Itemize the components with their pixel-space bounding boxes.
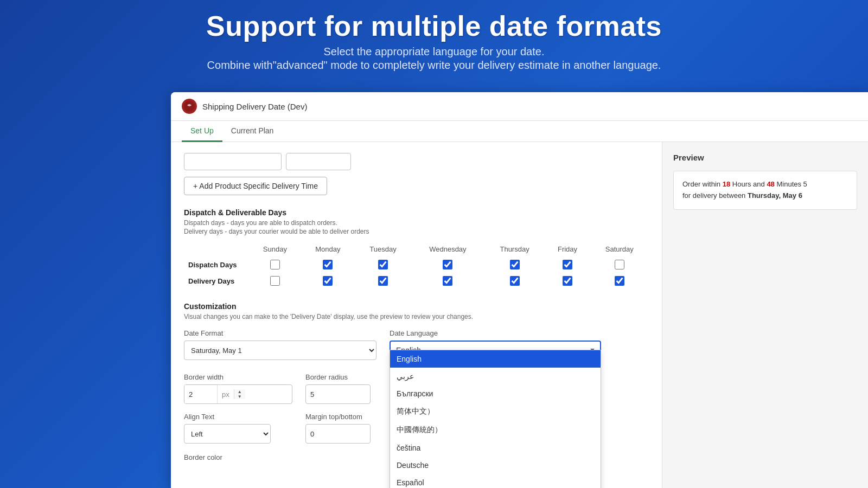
- margin-input[interactable]: 0: [305, 424, 371, 444]
- add-product-area: + Add Product Specific Delivery Time: [184, 153, 649, 195]
- dispatch-desc1: Dispatch days - days you are able to dis…: [184, 219, 649, 227]
- preview-line1: Order within 18 Hours and 48 Minutes 5: [682, 179, 848, 190]
- align-text-select[interactable]: Left Center Right: [184, 424, 271, 444]
- lang-chinese-simplified[interactable]: 简体中文）: [390, 402, 601, 421]
- delivery-label: Delivery Days: [184, 273, 249, 289]
- dispatch-section: Dispatch & Deliverable Days Dispatch day…: [184, 208, 649, 289]
- dispatch-label: Dispatch Days: [184, 256, 249, 273]
- app-window: Shipping Delivery Date (Dev) Set Up Curr…: [171, 92, 868, 488]
- dispatch-monday[interactable]: [323, 260, 333, 269]
- days-table: Sunday Monday Tuesday Wednesday Thursday…: [184, 242, 649, 289]
- col-friday: Friday: [545, 242, 590, 256]
- preview-title: Preview: [673, 153, 857, 162]
- preview-minutes: 48: [767, 180, 774, 188]
- border-width-stepper: ▲ ▼: [234, 389, 245, 399]
- dispatch-wednesday[interactable]: [443, 260, 452, 269]
- date-language-dropdown-list: English عربي Български 简体中文） 中國傳統的） češt…: [390, 350, 601, 488]
- product-input-1[interactable]: [184, 153, 282, 170]
- preview-text4: for delivery between: [682, 191, 748, 200]
- lang-german[interactable]: Deutsche: [390, 457, 601, 474]
- lang-bulgarian[interactable]: Български: [390, 385, 601, 402]
- col-header-blank: [184, 242, 249, 256]
- delivery-wednesday[interactable]: [443, 276, 452, 286]
- preview-text1: Order within: [682, 180, 723, 188]
- border-radius-input[interactable]: 5: [305, 384, 371, 404]
- delivery-thursday[interactable]: [510, 276, 520, 286]
- border-width-label: Border width: [184, 373, 292, 381]
- border-width-increment[interactable]: ▲: [234, 389, 245, 394]
- date-format-group: Date Format Saturday, May 1 May 1, Satur…: [184, 329, 376, 360]
- dispatch-thursday[interactable]: [510, 260, 520, 269]
- align-text-group: Align Text Left Center Right: [184, 413, 292, 444]
- dispatch-title: Dispatch & Deliverable Days: [184, 208, 649, 217]
- preview-box: Order within 18 Hours and 48 Minutes 5 f…: [673, 171, 857, 210]
- delivery-friday[interactable]: [563, 276, 572, 286]
- border-width-decrement[interactable]: ▼: [234, 394, 245, 399]
- preview-line2: for delivery between Thursday, May 6: [682, 190, 848, 202]
- col-monday: Monday: [301, 242, 355, 256]
- input-row: [184, 153, 649, 170]
- dispatch-friday[interactable]: [563, 260, 572, 269]
- lang-english[interactable]: English: [390, 350, 601, 368]
- header-subtitle1: Select the appropriate language for your…: [0, 46, 868, 58]
- date-format-select[interactable]: Saturday, May 1 May 1, Saturday: [184, 341, 376, 360]
- preview-day: Thursday, May 6: [748, 191, 802, 200]
- dispatch-tuesday[interactable]: [378, 260, 388, 269]
- delivery-monday[interactable]: [323, 276, 333, 286]
- col-sunday: Sunday: [249, 242, 301, 256]
- app-topbar: Shipping Delivery Date (Dev): [171, 92, 868, 121]
- lang-czech[interactable]: čeština: [390, 439, 601, 457]
- customization-desc: Visual changes you can make to the 'Deli…: [184, 313, 649, 320]
- preview-hours: 18: [723, 180, 730, 188]
- date-language-label: Date Language: [390, 329, 601, 337]
- tab-setup[interactable]: Set Up: [182, 121, 222, 142]
- dispatch-sunday[interactable]: [270, 260, 280, 269]
- form-row-1: Date Format Saturday, May 1 May 1, Satur…: [184, 329, 649, 360]
- header-subtitle2: Combine with"advanced" mode to completel…: [0, 59, 868, 72]
- preview-text2: Hours and: [730, 180, 767, 188]
- lang-arabic[interactable]: عربي: [390, 368, 601, 385]
- col-thursday: Thursday: [484, 242, 545, 256]
- border-width-suffix: px: [217, 385, 234, 403]
- add-product-button[interactable]: + Add Product Specific Delivery Time: [184, 177, 327, 195]
- customization-title: Customization: [184, 302, 649, 311]
- product-input-2[interactable]: [286, 153, 351, 170]
- dispatch-days-row: Dispatch Days: [184, 256, 649, 273]
- header-title: Support for multiple date formats: [0, 10, 868, 42]
- border-color-label: Border color: [184, 453, 222, 461]
- delivery-saturday[interactable]: [615, 276, 624, 286]
- col-wednesday: Wednesday: [411, 242, 484, 256]
- preview-text3: Minutes 5: [775, 180, 807, 188]
- col-tuesday: Tuesday: [355, 242, 411, 256]
- lang-chinese-traditional[interactable]: 中國傳統的）: [390, 421, 601, 439]
- nav-tabs: Set Up Current Plan: [171, 121, 868, 142]
- delivery-tuesday[interactable]: [378, 276, 388, 286]
- date-format-label: Date Format: [184, 329, 376, 337]
- tab-current-plan[interactable]: Current Plan: [222, 121, 283, 142]
- lang-spanish[interactable]: Español: [390, 474, 601, 488]
- border-width-input[interactable]: 2: [184, 385, 217, 403]
- add-product-label: + Add Product Specific Delivery Time: [193, 182, 318, 190]
- col-saturday: Saturday: [590, 242, 649, 256]
- left-panel: + Add Product Specific Delivery Time Dis…: [171, 142, 662, 488]
- date-language-group: Date Language English عربي Български 简体中…: [390, 329, 601, 360]
- right-panel: Preview Order within 18 Hours and 48 Min…: [662, 142, 868, 488]
- delivery-sunday[interactable]: [270, 276, 280, 286]
- app-logo: [182, 99, 197, 114]
- header-area: Support for multiple date formats Select…: [0, 0, 868, 72]
- border-width-group: Border width 2 px ▲ ▼: [184, 373, 292, 404]
- border-width-input-wrap: 2 px ▲ ▼: [184, 384, 292, 404]
- customization-section: Customization Visual changes you can mak…: [184, 302, 649, 462]
- dispatch-desc2: Delivery days - days your courier would …: [184, 228, 649, 235]
- dispatch-saturday[interactable]: [615, 260, 624, 269]
- delivery-days-row: Delivery Days: [184, 273, 649, 289]
- app-title: Shipping Delivery Date (Dev): [202, 102, 307, 111]
- align-text-label: Align Text: [184, 413, 292, 421]
- main-content: + Add Product Specific Delivery Time Dis…: [171, 142, 868, 488]
